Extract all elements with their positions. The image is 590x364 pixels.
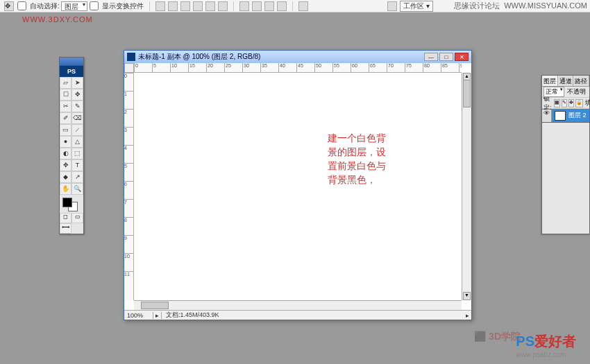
- dist-icon-2[interactable]: [252, 1, 262, 11]
- watermark-url: www.psahz.com: [516, 351, 576, 358]
- close-button[interactable]: ✕: [455, 53, 469, 61]
- align-icon-4[interactable]: [193, 1, 203, 11]
- tool-6[interactable]: ✐: [60, 112, 71, 124]
- panel-tab-通道[interactable]: 通道: [558, 76, 574, 86]
- color-swatches[interactable]: [60, 196, 83, 213]
- tool-13[interactable]: ⬚: [71, 148, 83, 159]
- watermark-logo: ⬛ 3D学院: [474, 331, 521, 343]
- watermark-psahz: PS爱好者 www.psahz.com: [516, 332, 576, 358]
- panel-tab-路径[interactable]: 路径: [573, 76, 589, 86]
- tool-12[interactable]: ◐: [60, 148, 71, 159]
- tool-19[interactable]: 🔍: [71, 183, 83, 195]
- minimize-button[interactable]: —: [424, 53, 438, 61]
- panel-tab-图层[interactable]: 图层: [542, 76, 558, 86]
- horizontal-scrollbar[interactable]: [134, 300, 462, 310]
- align-icon-2[interactable]: [168, 1, 178, 11]
- tool-5[interactable]: ✎: [71, 101, 83, 112]
- lock-trans-icon[interactable]: ▦: [554, 99, 560, 107]
- options-bar: ✥ 自动选择: 图层 显示变换控件 工作区 ▾ 思缘设计论坛 WWW.MISSY…: [0, 0, 590, 12]
- tool-9[interactable]: ⟋: [71, 124, 83, 136]
- move-tool-icon: ✥: [4, 1, 14, 11]
- ruler-corner: [124, 63, 134, 73]
- tool-8[interactable]: ▭: [60, 124, 71, 136]
- dist-icon-3[interactable]: [264, 1, 274, 11]
- tool-11[interactable]: △: [71, 136, 83, 148]
- blend-mode-dropdown[interactable]: 正常: [543, 87, 564, 97]
- scroll-thumb-h[interactable]: [141, 302, 169, 309]
- auto-select-dropdown[interactable]: 图层: [61, 1, 87, 11]
- show-transform-checkbox[interactable]: [90, 1, 99, 10]
- tool-0[interactable]: ▱: [60, 77, 71, 89]
- document-title: 未标题-1 副本 @ 100% (图层 2, RGB/8): [138, 52, 423, 62]
- horizontal-ruler[interactable]: 05101520253035404550556065707580859095: [134, 63, 462, 73]
- auto-select-checkbox[interactable]: [17, 1, 26, 10]
- tool-14[interactable]: ✥: [60, 159, 71, 171]
- opacity-label: 不透明: [567, 87, 586, 96]
- status-menu[interactable]: ▸: [463, 312, 471, 319]
- annotation-text: 建一个白色背景的图层，设置前景白色与背景黑色，: [328, 132, 386, 187]
- document-info: 文档:1.45M/403.9K: [162, 311, 463, 320]
- status-bar: 100% ▸ 文档:1.45M/403.9K ▸: [124, 310, 471, 320]
- workspace-dropdown[interactable]: 工作区 ▾: [400, 1, 433, 12]
- zoom-level[interactable]: 100%: [124, 312, 153, 319]
- tool-1[interactable]: ➤: [71, 77, 83, 89]
- tool-4[interactable]: ✂: [60, 101, 71, 112]
- ps-logo: PS: [60, 66, 83, 77]
- maximize-button[interactable]: □: [439, 53, 453, 61]
- scroll-thumb-v[interactable]: [463, 80, 471, 107]
- status-arrow[interactable]: ▸: [153, 312, 162, 319]
- lock-pixels-icon[interactable]: ✎: [562, 99, 567, 107]
- separator: [292, 1, 293, 11]
- vertical-ruler[interactable]: 01234567891011: [124, 73, 134, 300]
- visibility-icon[interactable]: 👁: [542, 110, 552, 122]
- dist-icon-1[interactable]: [239, 1, 249, 11]
- align-icon-6[interactable]: [218, 1, 228, 11]
- dist-icon-4[interactable]: [277, 1, 287, 11]
- align-icon-5[interactable]: [205, 1, 215, 11]
- document-titlebar[interactable]: 未标题-1 副本 @ 100% (图层 2, RGB/8) — □ ✕: [124, 51, 471, 63]
- tool-15[interactable]: T: [71, 159, 83, 171]
- document-window: 未标题-1 副本 @ 100% (图层 2, RGB/8) — □ ✕ 0510…: [124, 50, 472, 320]
- arrange-icon[interactable]: [298, 1, 308, 11]
- separator: [233, 1, 234, 11]
- fill-label: 填: [585, 98, 590, 107]
- tool-2[interactable]: ☐: [60, 89, 71, 101]
- align-icon-3[interactable]: [180, 1, 190, 11]
- forum-name: 思缘设计论坛: [454, 1, 500, 10]
- separator: [149, 1, 150, 11]
- auto-select-label: 自动选择:: [30, 1, 60, 11]
- watermark-3dxy: WWW.3DXY.COM: [22, 15, 93, 24]
- quickmask-icon[interactable]: ◻: [60, 213, 71, 223]
- layer-row[interactable]: 👁 图层 2: [542, 109, 589, 123]
- lock-all-icon[interactable]: 🔒: [575, 99, 583, 107]
- layers-panel: 图层通道路径 正常 不透明 锁定: ▦ ✎ ✥ 🔒 填 👁 图层 2: [541, 75, 590, 234]
- tool-16[interactable]: ◆: [60, 171, 71, 183]
- lock-pos-icon[interactable]: ✥: [568, 99, 574, 107]
- tool-18[interactable]: ✋: [60, 183, 71, 195]
- screenmode2-icon[interactable]: ⟷: [60, 223, 71, 234]
- tool-palette: PS ▱➤☐✥✂✎✐⌫▭⟋●△◐⬚✥T◆↗✋🔍 ◻ ▭ ⟷: [59, 57, 84, 234]
- ps-doc-icon: [127, 53, 135, 61]
- screenmode-icon[interactable]: ▭: [71, 213, 83, 223]
- layer-name[interactable]: 图层 2: [568, 111, 589, 120]
- show-transform-label: 显示变换控件: [102, 1, 144, 11]
- foreground-color-swatch[interactable]: [62, 198, 72, 207]
- align-icon-1[interactable]: [155, 1, 165, 11]
- tool-17[interactable]: ↗: [71, 171, 83, 183]
- vertical-scrollbar[interactable]: ▲ ▼: [462, 73, 471, 300]
- tool-10[interactable]: ●: [60, 136, 71, 148]
- layer-thumbnail[interactable]: [555, 111, 566, 121]
- palette-drag-bar[interactable]: [60, 58, 83, 66]
- scroll-down-arrow[interactable]: ▼: [463, 292, 471, 300]
- canvas[interactable]: [134, 73, 462, 300]
- brush-preset-icon[interactable]: [387, 1, 397, 11]
- forum-url: WWW.MISSYUAN.COM: [504, 1, 587, 10]
- tool-7[interactable]: ⌫: [71, 112, 83, 124]
- tool-3[interactable]: ✥: [71, 89, 83, 101]
